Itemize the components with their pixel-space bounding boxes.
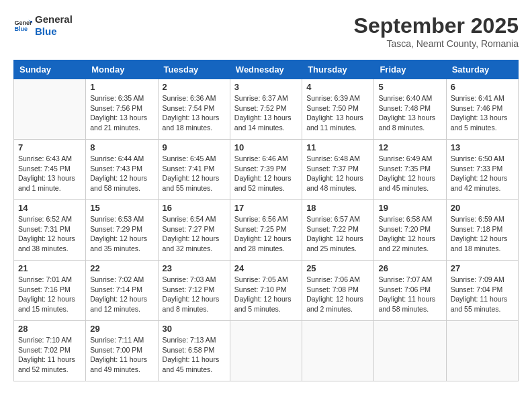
week-row-4: 21Sunrise: 7:01 AM Sunset: 7:16 PM Dayli… [14,261,519,321]
calendar-cell: 19Sunrise: 6:58 AM Sunset: 7:20 PM Dayli… [374,200,446,261]
day-info: Sunrise: 7:02 AM Sunset: 7:14 PM Dayligh… [90,275,153,314]
calendar-cell: 1Sunrise: 6:35 AM Sunset: 7:56 PM Daylig… [86,79,158,140]
day-number: 18 [306,203,369,213]
day-number: 12 [378,142,441,152]
calendar-cell [374,321,446,381]
day-info: Sunrise: 6:48 AM Sunset: 7:37 PM Dayligh… [306,154,369,193]
calendar-cell: 9Sunrise: 6:45 AM Sunset: 7:41 PM Daylig… [158,140,230,200]
calendar-cell [446,321,518,381]
calendar-cell: 25Sunrise: 7:06 AM Sunset: 7:08 PM Dayli… [302,261,374,321]
day-number: 15 [90,203,153,213]
calendar-cell: 24Sunrise: 7:05 AM Sunset: 7:10 PM Dayli… [230,261,302,321]
weekday-header-sunday: Sunday [14,60,86,79]
day-number: 7 [18,142,81,152]
day-info: Sunrise: 6:53 AM Sunset: 7:29 PM Dayligh… [90,214,153,254]
day-info: Sunrise: 6:43 AM Sunset: 7:45 PM Dayligh… [18,154,81,193]
weekday-header-monday: Monday [86,60,158,79]
day-info: Sunrise: 6:45 AM Sunset: 7:41 PM Dayligh… [163,154,226,193]
day-info: Sunrise: 6:58 AM Sunset: 7:20 PM Dayligh… [378,214,441,254]
day-number: 22 [90,263,153,273]
day-number: 20 [451,203,514,213]
day-number: 29 [90,324,153,334]
logo: General Blue General Blue [13,13,73,38]
day-number: 27 [451,263,514,273]
day-number: 2 [163,82,226,92]
calendar-cell [302,321,374,381]
day-info: Sunrise: 6:49 AM Sunset: 7:35 PM Dayligh… [378,154,441,193]
day-number: 28 [18,324,81,334]
calendar-cell: 21Sunrise: 7:01 AM Sunset: 7:16 PM Dayli… [14,261,86,321]
day-info: Sunrise: 6:59 AM Sunset: 7:18 PM Dayligh… [451,214,514,254]
calendar-cell: 18Sunrise: 6:57 AM Sunset: 7:22 PM Dayli… [302,200,374,261]
day-info: Sunrise: 6:37 AM Sunset: 7:52 PM Dayligh… [234,93,298,133]
logo-icon: General Blue [13,16,32,35]
day-info: Sunrise: 6:54 AM Sunset: 7:27 PM Dayligh… [163,214,226,254]
calendar-cell: 7Sunrise: 6:43 AM Sunset: 7:45 PM Daylig… [14,140,86,200]
calendar-cell: 11Sunrise: 6:48 AM Sunset: 7:37 PM Dayli… [302,140,374,200]
weekday-header-saturday: Saturday [446,60,518,79]
calendar-cell: 17Sunrise: 6:56 AM Sunset: 7:25 PM Dayli… [230,200,302,261]
day-info: Sunrise: 6:50 AM Sunset: 7:33 PM Dayligh… [451,154,514,193]
calendar-cell: 23Sunrise: 7:03 AM Sunset: 7:12 PM Dayli… [158,261,230,321]
weekday-header-thursday: Thursday [302,60,374,79]
day-info: Sunrise: 6:46 AM Sunset: 7:39 PM Dayligh… [234,154,298,193]
title-block: September 2025 Tasca, Neamt County, Roma… [354,13,519,49]
calendar-cell: 29Sunrise: 7:11 AM Sunset: 7:00 PM Dayli… [86,321,158,381]
calendar-cell: 15Sunrise: 6:53 AM Sunset: 7:29 PM Dayli… [86,200,158,261]
day-info: Sunrise: 7:11 AM Sunset: 7:00 PM Dayligh… [90,335,153,375]
day-info: Sunrise: 6:44 AM Sunset: 7:43 PM Dayligh… [90,154,153,193]
day-number: 16 [163,203,226,213]
day-info: Sunrise: 7:03 AM Sunset: 7:12 PM Dayligh… [163,275,226,314]
page-header: General Blue General Blue September 2025… [13,13,519,49]
day-number: 23 [163,263,226,273]
day-number: 26 [378,263,441,273]
day-number: 3 [234,82,298,92]
calendar-cell: 27Sunrise: 7:09 AM Sunset: 7:04 PM Dayli… [446,261,518,321]
logo-blue: Blue [35,26,73,38]
day-number: 8 [90,142,153,152]
day-number: 1 [90,82,153,92]
week-row-5: 28Sunrise: 7:10 AM Sunset: 7:02 PM Dayli… [14,321,519,381]
calendar-cell: 28Sunrise: 7:10 AM Sunset: 7:02 PM Dayli… [14,321,86,381]
day-info: Sunrise: 7:07 AM Sunset: 7:06 PM Dayligh… [378,275,441,314]
day-number: 17 [234,203,298,213]
day-number: 30 [163,324,226,334]
weekday-header-friday: Friday [374,60,446,79]
day-number: 25 [306,263,369,273]
month-title: September 2025 [354,13,519,38]
week-row-3: 14Sunrise: 6:52 AM Sunset: 7:31 PM Dayli… [14,200,519,261]
svg-text:Blue: Blue [14,26,28,32]
day-info: Sunrise: 6:35 AM Sunset: 7:56 PM Dayligh… [90,93,153,133]
calendar-cell: 22Sunrise: 7:02 AM Sunset: 7:14 PM Dayli… [86,261,158,321]
day-number: 21 [18,263,81,273]
day-info: Sunrise: 7:06 AM Sunset: 7:08 PM Dayligh… [306,275,369,314]
day-number: 13 [451,142,514,152]
day-info: Sunrise: 6:36 AM Sunset: 7:54 PM Dayligh… [163,93,226,133]
calendar-cell: 16Sunrise: 6:54 AM Sunset: 7:27 PM Dayli… [158,200,230,261]
day-number: 11 [306,142,369,152]
calendar-cell: 30Sunrise: 7:13 AM Sunset: 6:58 PM Dayli… [158,321,230,381]
calendar-cell: 13Sunrise: 6:50 AM Sunset: 7:33 PM Dayli… [446,140,518,200]
day-info: Sunrise: 6:41 AM Sunset: 7:46 PM Dayligh… [451,93,514,133]
day-info: Sunrise: 7:05 AM Sunset: 7:10 PM Dayligh… [234,275,298,314]
day-info: Sunrise: 6:40 AM Sunset: 7:48 PM Dayligh… [378,93,441,133]
day-info: Sunrise: 7:10 AM Sunset: 7:02 PM Dayligh… [18,335,81,375]
calendar-cell: 8Sunrise: 6:44 AM Sunset: 7:43 PM Daylig… [86,140,158,200]
calendar-cell: 5Sunrise: 6:40 AM Sunset: 7:48 PM Daylig… [374,79,446,140]
calendar-cell [230,321,302,381]
calendar-cell: 2Sunrise: 6:36 AM Sunset: 7:54 PM Daylig… [158,79,230,140]
weekday-header-row: SundayMondayTuesdayWednesdayThursdayFrid… [14,60,519,79]
day-info: Sunrise: 7:13 AM Sunset: 6:58 PM Dayligh… [163,335,226,375]
calendar-cell: 14Sunrise: 6:52 AM Sunset: 7:31 PM Dayli… [14,200,86,261]
weekday-header-wednesday: Wednesday [230,60,302,79]
day-number: 14 [18,203,81,213]
weekday-header-tuesday: Tuesday [158,60,230,79]
day-info: Sunrise: 6:52 AM Sunset: 7:31 PM Dayligh… [18,214,81,254]
logo-general: General [35,13,73,26]
day-info: Sunrise: 6:56 AM Sunset: 7:25 PM Dayligh… [234,214,298,254]
week-row-2: 7Sunrise: 6:43 AM Sunset: 7:45 PM Daylig… [14,140,519,200]
day-info: Sunrise: 6:39 AM Sunset: 7:50 PM Dayligh… [306,93,369,133]
day-info: Sunrise: 7:01 AM Sunset: 7:16 PM Dayligh… [18,275,81,314]
calendar-cell: 3Sunrise: 6:37 AM Sunset: 7:52 PM Daylig… [230,79,302,140]
location-subtitle: Tasca, Neamt County, Romania [354,38,519,49]
